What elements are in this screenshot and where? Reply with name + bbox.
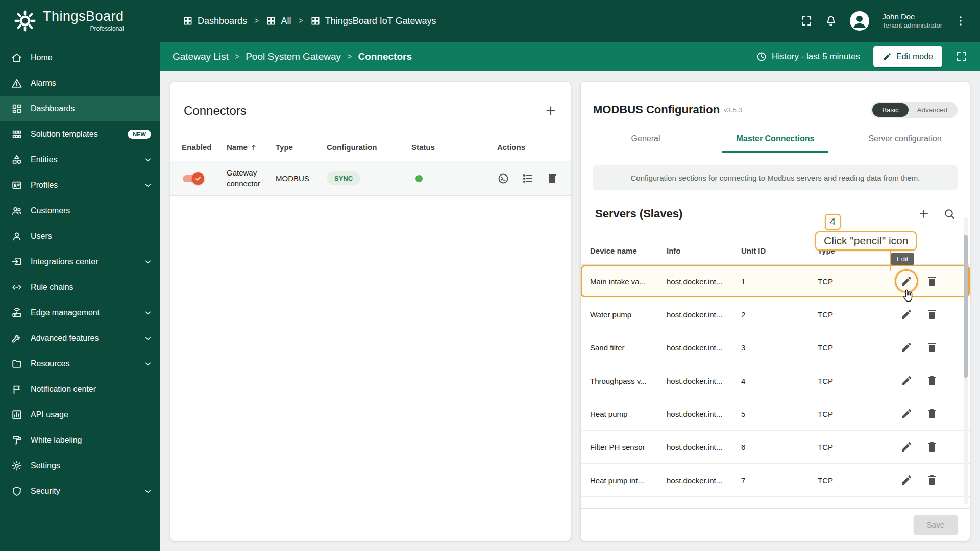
connectors-table-header: Enabled Name Type Configuration Status A… bbox=[170, 134, 571, 161]
edit-server-button[interactable] bbox=[900, 374, 913, 387]
trash-icon bbox=[926, 275, 938, 287]
sidebar: Home Alarms Dashboards Solution template… bbox=[0, 42, 160, 551]
add-connector-button[interactable] bbox=[544, 104, 557, 117]
sidebar-item-label: Resources bbox=[31, 359, 69, 368]
delete-server-button[interactable] bbox=[926, 308, 938, 320]
connector-row[interactable]: Gateway connector MODBUS SYNC bbox=[170, 161, 571, 196]
tab-general[interactable]: General bbox=[581, 124, 710, 153]
kebab-menu-icon bbox=[954, 15, 967, 27]
avatar[interactable] bbox=[849, 11, 870, 31]
edit-server-button[interactable] bbox=[900, 474, 913, 486]
connector-enabled-toggle[interactable] bbox=[182, 172, 204, 185]
edit-server-button[interactable] bbox=[900, 408, 913, 420]
sidebar-item-white-labeling[interactable]: White labeling bbox=[0, 428, 160, 453]
sidebar-item-api-usage[interactable]: API usage bbox=[0, 402, 160, 428]
sidebar-item-entities[interactable]: Entities bbox=[0, 147, 160, 172]
rpc-terminal-icon bbox=[497, 172, 509, 185]
unit-id: 4 bbox=[741, 377, 818, 385]
plus-icon bbox=[544, 104, 557, 117]
advanced-mode-button[interactable]: Advanced bbox=[909, 103, 956, 117]
rpc-button[interactable] bbox=[497, 172, 509, 185]
server-type: TCP bbox=[818, 377, 889, 385]
edit-server-button[interactable] bbox=[900, 441, 913, 453]
rule-chains-icon bbox=[11, 282, 22, 293]
server-row[interactable]: Throughpass v... host.docker.int... 4 TC… bbox=[581, 364, 970, 397]
edit-mode-label: Edit mode bbox=[896, 52, 933, 61]
customers-icon bbox=[11, 205, 22, 216]
fullscreen-icon bbox=[800, 15, 813, 27]
sidebar-item-profiles[interactable]: Profiles bbox=[0, 172, 160, 198]
delete-server-button[interactable] bbox=[926, 441, 938, 453]
search-button[interactable] bbox=[943, 208, 955, 220]
user-info[interactable]: John Doe Tenant administrator bbox=[882, 12, 942, 30]
sidebar-item-resources[interactable]: Resources bbox=[0, 351, 160, 377]
fullscreen-icon bbox=[955, 51, 968, 63]
sidebar-item-solution-templates[interactable]: Solution templates NEW bbox=[0, 121, 160, 147]
sync-chip: SYNC bbox=[327, 171, 360, 185]
sidebar-item-settings[interactable]: Settings bbox=[0, 453, 160, 479]
modbus-configuration-card: MODBUS Configuration v3.5.3 Basic Advanc… bbox=[581, 82, 970, 541]
alarms-icon bbox=[11, 78, 22, 89]
sidebar-item-edge-management[interactable]: Edge management bbox=[0, 300, 160, 325]
pencil-icon bbox=[900, 341, 913, 354]
breadcrumb-dashboards[interactable]: Dashboards bbox=[183, 16, 247, 27]
notifications-button[interactable] bbox=[825, 15, 837, 27]
breadcrumb-pool-system-gateway[interactable]: Pool System Gateway bbox=[246, 51, 341, 62]
history-timewindow-button[interactable]: History - last 5 minutes bbox=[756, 51, 860, 62]
server-row[interactable]: Heat pump host.docker.int... 5 TCP bbox=[581, 397, 970, 431]
delete-server-button[interactable] bbox=[926, 341, 938, 354]
more-menu-button[interactable] bbox=[954, 15, 967, 27]
tab-server-configuration[interactable]: Server configuration bbox=[840, 124, 970, 153]
edit-tooltip: Edit bbox=[891, 253, 914, 265]
sidebar-item-customers[interactable]: Customers bbox=[0, 198, 160, 223]
sidebar-item-dashboards[interactable]: Dashboards bbox=[0, 96, 160, 121]
sidebar-item-integrations-center[interactable]: Integrations center bbox=[0, 249, 160, 274]
delete-server-button[interactable] bbox=[926, 408, 938, 420]
delete-server-button[interactable] bbox=[926, 374, 938, 387]
save-button[interactable]: Save bbox=[914, 515, 958, 534]
scrollbar-thumb[interactable] bbox=[964, 235, 968, 378]
status-ok-indicator bbox=[415, 175, 423, 182]
toolbar-fullscreen-button[interactable] bbox=[955, 51, 968, 63]
delete-connector-button[interactable] bbox=[546, 172, 558, 185]
basic-mode-button[interactable]: Basic bbox=[872, 103, 909, 117]
sidebar-item-rule-chains[interactable]: Rule chains bbox=[0, 274, 160, 300]
users-icon bbox=[11, 231, 22, 242]
server-row[interactable]: Heat pump int... host.docker.int... 7 TC… bbox=[581, 464, 970, 497]
edit-server-button[interactable] bbox=[900, 308, 913, 320]
sidebar-item-notification-center[interactable]: Notification center bbox=[0, 377, 160, 402]
breadcrumb-separator: > bbox=[254, 16, 259, 26]
edit-server-button[interactable] bbox=[900, 275, 913, 287]
breadcrumb-connectors[interactable]: Connectors bbox=[358, 51, 412, 62]
edit-server-button[interactable] bbox=[900, 341, 913, 354]
avatar-icon bbox=[849, 11, 870, 31]
settings-icon bbox=[11, 460, 22, 471]
add-server-button[interactable] bbox=[918, 208, 930, 220]
security-icon bbox=[11, 486, 22, 497]
logs-button[interactable] bbox=[522, 172, 534, 185]
brand-logo[interactable]: ThingsBoard Professional bbox=[13, 9, 162, 33]
server-info: host.docker.int... bbox=[667, 377, 741, 385]
sidebar-item-security[interactable]: Security bbox=[0, 479, 160, 504]
breadcrumb-gateway-list[interactable]: Gateway List bbox=[173, 51, 229, 62]
server-row[interactable]: Filter PH sensor host.docker.int... 6 TC… bbox=[581, 431, 970, 464]
col-status: Status bbox=[411, 143, 497, 152]
sidebar-item-users[interactable]: Users bbox=[0, 223, 160, 249]
breadcrumb-all[interactable]: All bbox=[266, 16, 291, 27]
sidebar-item-home[interactable]: Home bbox=[0, 45, 160, 70]
breadcrumb-separator: > bbox=[298, 16, 303, 26]
delete-server-button[interactable] bbox=[926, 275, 938, 287]
sidebar-item-alarms[interactable]: Alarms bbox=[0, 70, 160, 96]
col-name[interactable]: Name bbox=[227, 143, 276, 152]
delete-server-button[interactable] bbox=[926, 474, 938, 486]
breadcrumb-current-dashboard[interactable]: ThingsBoard IoT Gateways bbox=[310, 16, 436, 27]
sidebar-item-advanced-features[interactable]: Advanced features bbox=[0, 325, 160, 351]
server-row[interactable]: Sand filter host.docker.int... 3 TCP bbox=[581, 331, 970, 364]
annotation-instruction: Click "pencil" icon bbox=[815, 231, 917, 251]
tab-master-connections[interactable]: Master Connections bbox=[710, 124, 840, 153]
server-info: host.docker.int... bbox=[667, 476, 741, 485]
fullscreen-button[interactable] bbox=[800, 15, 813, 27]
top-bar: ThingsBoard Professional Dashboards > Al… bbox=[0, 0, 980, 42]
device-name: Main intake va... bbox=[590, 277, 667, 286]
edit-mode-button[interactable]: Edit mode bbox=[873, 46, 942, 67]
